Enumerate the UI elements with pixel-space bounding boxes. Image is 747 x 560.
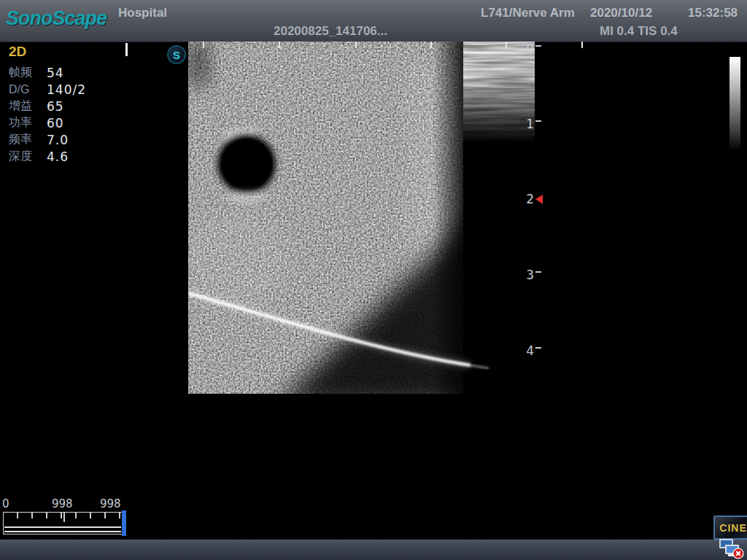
param-row-power: 功率 60 (9, 114, 118, 131)
ruler-number: 4 (519, 343, 534, 358)
cine-tick-marks (4, 513, 122, 518)
param-row-depth: 深度 4.6 (9, 148, 118, 165)
scale-tick (581, 42, 583, 48)
cine-start-frame: 0 (2, 497, 9, 510)
orientation-letter: S (173, 49, 180, 61)
scale-tick (506, 42, 507, 48)
ultrasound-image[interactable] (188, 42, 535, 394)
mi-tis-label: MI 0.4 TIS 0.4 (600, 24, 678, 39)
scale-tick (203, 42, 204, 48)
scale-tick (430, 42, 432, 48)
param-label: 帧频 (9, 65, 47, 80)
param-value: 7.0 (47, 133, 69, 147)
scale-tick (355, 42, 357, 48)
cine-center-tick (63, 513, 65, 522)
param-label: 频率 (9, 132, 47, 147)
scale-tick (279, 42, 280, 48)
status-bar (0, 540, 747, 560)
ruler-number: 2 (519, 192, 534, 206)
ultrasound-screen: SonoScape Hospital 20200825_141706... L7… (0, 0, 747, 560)
depth-ruler-tick-3: 3 (519, 268, 551, 282)
probe-preset-label: L741/Nerve Arm (481, 6, 575, 20)
top-bar: SonoScape Hospital 20200825_141706... L7… (0, 0, 747, 42)
sonoscape-logo: SonoScape (6, 7, 107, 30)
ruler-dash (535, 120, 541, 122)
ruler-dash (535, 271, 541, 273)
cine-track (4, 526, 121, 532)
focus-marker-icon (535, 195, 543, 204)
ruler-dash (535, 45, 541, 47)
grayscale-bar (729, 57, 740, 150)
param-label: D/G (9, 83, 47, 96)
hospital-name: Hospital (118, 6, 167, 20)
tgc-caret (125, 43, 128, 56)
cine-progress-bar[interactable] (3, 512, 123, 534)
param-label: 深度 (9, 149, 47, 164)
date-label: 2020/10/12 (590, 6, 652, 20)
param-row-gain: 增益 65 (9, 98, 118, 114)
param-row-frame-rate: 帧频 54 (9, 64, 118, 81)
ruler-number: 0 (519, 42, 534, 56)
cine-position-cursor[interactable] (122, 510, 126, 536)
param-label: 增益 (9, 98, 47, 114)
ruler-dash (535, 347, 541, 349)
param-value: 65 (47, 99, 64, 114)
param-value: 4.6 (47, 149, 69, 164)
param-label: 功率 (9, 115, 47, 131)
time-label: 15:32:58 (688, 6, 738, 20)
probe-orientation-icon: S (167, 45, 186, 64)
ultrasound-speckle-render (188, 42, 535, 394)
depth-ruler-tick-1: 1 (519, 117, 551, 131)
mode-label: 2D (9, 44, 118, 60)
cine-total-frames: 998 (100, 497, 121, 510)
param-value: 60 (47, 116, 64, 131)
exam-file-id: 20200825_141706... (274, 24, 387, 39)
param-row-frequency: 频率 7.0 (9, 131, 118, 148)
cine-button[interactable]: CINE (713, 516, 747, 540)
param-value: 54 (47, 66, 64, 80)
param-row-dynamic-range: D/G 140/2 (9, 81, 118, 98)
cine-current-frame: 998 (52, 497, 73, 510)
depth-ruler-tick-2: 2 (519, 192, 551, 206)
depth-ruler-tick-0: 0 (519, 42, 551, 56)
depth-ruler-tick-4: 4 (519, 343, 551, 358)
network-disconnected-icon[interactable] (718, 538, 744, 560)
ruler-number: 3 (519, 268, 534, 282)
param-value: 140/2 (47, 82, 86, 97)
parameter-panel: 2D 帧频 54 D/G 140/2 增益 65 功率 60 频率 7.0 深度… (9, 44, 118, 165)
ruler-number: 1 (519, 117, 534, 131)
